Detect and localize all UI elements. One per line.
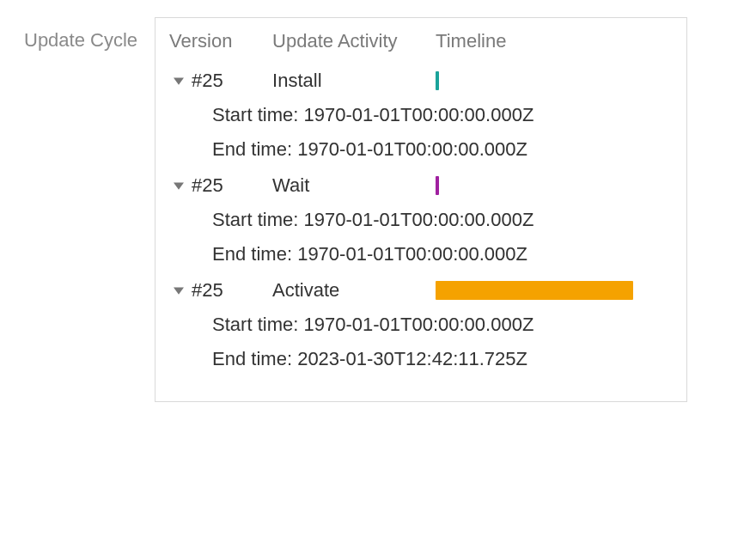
version-value: #25 xyxy=(192,279,223,302)
header-timeline: Timeline xyxy=(436,30,659,52)
end-time-label: End time: xyxy=(212,348,292,369)
end-time-value: 1970-01-01T00:00:00.000Z xyxy=(297,243,527,265)
table-row: #25 Activate xyxy=(169,279,673,302)
table-row: #25 Install xyxy=(169,70,673,92)
detail-block: Start time: 1970-01-01T00:00:00.000Z End… xyxy=(169,104,673,161)
table-header: Version Update Activity Timeline xyxy=(169,30,673,52)
start-time-value: 1970-01-01T00:00:00.000Z xyxy=(303,314,533,335)
start-time-label: Start time: xyxy=(212,314,298,335)
version-value: #25 xyxy=(192,70,223,92)
activity-value: Install xyxy=(272,70,436,92)
table-row: #25 Wait xyxy=(169,174,673,197)
end-time-value: 1970-01-01T00:00:00.000Z xyxy=(297,138,527,160)
start-time-label: Start time: xyxy=(212,104,298,125)
timeline-bar xyxy=(436,176,439,195)
svg-marker-1 xyxy=(174,182,184,189)
timeline-bar xyxy=(436,71,439,90)
start-time-value: 1970-01-01T00:00:00.000Z xyxy=(303,104,533,125)
header-activity: Update Activity xyxy=(272,30,436,52)
expand-toggle-icon[interactable] xyxy=(169,76,188,86)
svg-marker-2 xyxy=(174,287,184,294)
activity-value: Activate xyxy=(272,279,436,302)
end-time-label: End time: xyxy=(212,138,292,160)
end-time-value: 2023-01-30T12:42:11.725Z xyxy=(297,348,527,369)
update-cycle-panel: Version Update Activity Timeline #25 Ins… xyxy=(155,17,687,402)
expand-toggle-icon[interactable] xyxy=(169,180,188,191)
header-version: Version xyxy=(169,30,272,52)
section-label: Update Cycle xyxy=(17,17,137,52)
expand-toggle-icon[interactable] xyxy=(169,285,188,296)
timeline-bar xyxy=(436,281,633,300)
start-time-value: 1970-01-01T00:00:00.000Z xyxy=(303,209,533,230)
detail-block: Start time: 1970-01-01T00:00:00.000Z End… xyxy=(169,209,673,265)
version-value: #25 xyxy=(192,174,223,197)
activity-value: Wait xyxy=(272,174,436,197)
detail-block: Start time: 1970-01-01T00:00:00.000Z End… xyxy=(169,314,673,370)
end-time-label: End time: xyxy=(212,243,292,265)
start-time-label: Start time: xyxy=(212,209,298,230)
svg-marker-0 xyxy=(174,77,184,84)
